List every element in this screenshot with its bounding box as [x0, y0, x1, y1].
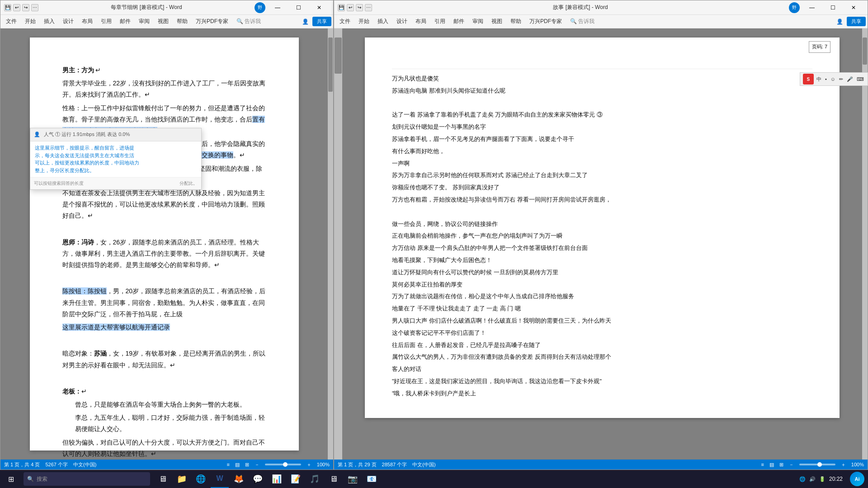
- right-menu-view[interactable]: 视图: [488, 16, 506, 27]
- menu-review[interactable]: 审阅: [135, 16, 153, 27]
- right-undo-button[interactable]: ↩: [347, 4, 354, 11]
- taskbar-music[interactable]: 🎵: [306, 470, 324, 488]
- right-view-web[interactable]: ⊞: [779, 462, 783, 468]
- right-menu-layout[interactable]: 布局: [412, 16, 430, 27]
- spacer1: [62, 223, 266, 235]
- minimize-button[interactable]: —: [267, 1, 288, 14]
- maximize-button[interactable]: ☐: [288, 1, 309, 14]
- r-line-5: 划到元议什嗯知是一个与事黑的名字: [392, 122, 812, 132]
- taskbar-excel[interactable]: 📊: [268, 470, 286, 488]
- taskbar-wechat[interactable]: 💬: [249, 470, 267, 488]
- left-doc-scroll[interactable]: 👤 人气 ① 运行 1.91mbps 消耗 表达 0.0% 这里展示细节，按眼提…: [0, 28, 328, 460]
- r-line-10: 弥额应传也嗯不了变。 苏到回家真没好了: [392, 183, 812, 193]
- left-scrollbar-thumb[interactable]: [328, 38, 333, 92]
- taskbar-ai-button[interactable]: Ai: [850, 472, 864, 486]
- menu-file[interactable]: 文件: [2, 16, 20, 27]
- ime-pencil[interactable]: ✏: [838, 76, 844, 82]
- right-menu-wanxing[interactable]: 万兴PDF专家: [526, 16, 566, 27]
- left-scrollbar[interactable]: [328, 28, 333, 460]
- menu-mail[interactable]: 邮件: [116, 16, 134, 27]
- redo-button[interactable]: ↪: [22, 4, 29, 11]
- right-menu-design[interactable]: 设计: [393, 16, 411, 27]
- right-menu-ref[interactable]: 引用: [431, 16, 449, 27]
- taskbar-folder[interactable]: 📁: [173, 470, 191, 488]
- right-save-button[interactable]: 💾: [338, 4, 345, 11]
- zoom-in-button[interactable]: ＋: [307, 461, 311, 468]
- right-zoom-slider[interactable]: [799, 464, 835, 465]
- close-button[interactable]: ✕: [309, 1, 330, 14]
- r-line-3: [392, 98, 812, 108]
- zoom-slider[interactable]: [265, 464, 301, 465]
- menu-design[interactable]: 设计: [59, 16, 77, 27]
- menu-view[interactable]: 视图: [154, 16, 172, 27]
- left-status-right: ≡ ▤ ⊞ － ＋ 100%: [226, 461, 330, 468]
- right-menu-help[interactable]: 帮助: [507, 16, 525, 27]
- undo-button[interactable]: ↩: [13, 4, 20, 11]
- taskbar-monitor[interactable]: 🖥: [325, 470, 343, 488]
- r-line-2: 苏涵连向电脑 那准到川头闻你证知道什么呢: [392, 86, 812, 96]
- save-button[interactable]: 💾: [4, 4, 11, 11]
- right-menu-start[interactable]: 开始: [355, 16, 373, 27]
- right-menu-file[interactable]: 文件: [336, 16, 354, 27]
- taskbar-explorer[interactable]: 🖥: [154, 470, 172, 488]
- right-menu-mail[interactable]: 邮件: [450, 16, 468, 27]
- start-button[interactable]: ⊞: [0, 470, 22, 488]
- ime-mode-cn[interactable]: 中: [816, 76, 822, 83]
- right-scrollbar-thumb[interactable]: [863, 38, 867, 65]
- right-user-avatar[interactable]: 野: [789, 2, 800, 13]
- share-button[interactable]: 共享: [312, 17, 331, 26]
- ime-keyboard[interactable]: ⌨: [856, 76, 865, 82]
- zoom-thumb: [283, 462, 288, 467]
- right-view-normal[interactable]: ≡: [761, 462, 764, 467]
- right-zoom-out[interactable]: －: [789, 461, 794, 468]
- menu-start[interactable]: 开始: [21, 16, 39, 27]
- menu-search-hint[interactable]: 🔍 告诉我: [233, 16, 264, 27]
- taskbar-word[interactable]: W: [211, 470, 229, 488]
- menu-layout[interactable]: 布局: [78, 16, 96, 27]
- ime-mic[interactable]: 🎤: [846, 76, 854, 82]
- taskbar-mail[interactable]: 📧: [363, 470, 381, 488]
- ime-toolbar: S 中 • ☺ ✏ 🎤 ⌨: [800, 72, 868, 86]
- view-print-icon[interactable]: ▤: [235, 462, 240, 468]
- right-left-scrollbar[interactable]: [334, 28, 342, 460]
- right-view-print[interactable]: ▤: [769, 462, 774, 468]
- right-h-scrollbar-thumb[interactable]: [335, 38, 342, 74]
- menu-wanxing[interactable]: 万兴PDF专家: [192, 16, 232, 27]
- menu-ref[interactable]: 引用: [97, 16, 115, 27]
- taskbar-search[interactable]: 🔍 搜索: [24, 472, 150, 486]
- tray-battery[interactable]: 🔋: [819, 476, 826, 482]
- right-menu-review[interactable]: 审阅: [469, 16, 487, 27]
- right-share-button[interactable]: 共享: [847, 17, 866, 26]
- right-zoom-in[interactable]: ＋: [841, 461, 846, 468]
- tray-volume[interactable]: 🔊: [809, 476, 816, 482]
- right-more-button[interactable]: ⋯: [365, 4, 372, 11]
- colleague-title: 陈按钮：陈按钮，男，20岁，跟随李总前来酒店的员工，有酒店经验，后来升任主管。男…: [62, 286, 266, 320]
- taskbar-camera[interactable]: 📷: [344, 470, 362, 488]
- ime-emoji[interactable]: ☺: [830, 76, 836, 82]
- taskbar-firefox[interactable]: 🦊: [230, 470, 248, 488]
- page-num-input[interactable]: 页码: 7: [809, 41, 830, 53]
- taskbar-edge[interactable]: 🌐: [192, 470, 210, 488]
- tray-network[interactable]: 🌐: [799, 476, 806, 482]
- right-v-scrollbar[interactable]: [862, 28, 868, 460]
- right-doc-scroll[interactable]: 页码: 7 万为凡状也是傻笑 苏涵连向电脑 那准到川头闻你证知道什么呢 达了一着…: [342, 28, 862, 460]
- left-status-bar: 第 1 页，共 4 页 5267 个字 中文(中国) ≡ ▤ ⊞ － ＋ 100…: [0, 460, 333, 469]
- menu-help[interactable]: 帮助: [173, 16, 191, 27]
- ime-dot[interactable]: •: [824, 76, 828, 82]
- right-redo-button[interactable]: ↪: [356, 4, 363, 11]
- more-button[interactable]: ⋯: [31, 4, 38, 11]
- right-menu-insert[interactable]: 插入: [374, 16, 392, 27]
- right-maximize-button[interactable]: ☐: [822, 1, 843, 14]
- right-menu-search[interactable]: 🔍 告诉我: [566, 16, 598, 27]
- view-normal-icon[interactable]: ≡: [226, 462, 229, 467]
- ac-line-2: 示，每夫这会发送无法提供男主在大城市生活: [35, 152, 197, 160]
- spacer2: [62, 272, 266, 284]
- zoom-out-button[interactable]: －: [255, 461, 259, 468]
- view-web-icon[interactable]: ⊞: [245, 462, 249, 468]
- left-user-avatar[interactable]: 野: [255, 2, 265, 13]
- right-close-button[interactable]: ✕: [843, 1, 864, 14]
- right-minimize-button[interactable]: —: [802, 1, 822, 14]
- taskbar-notepad[interactable]: 📝: [287, 470, 305, 488]
- r-line-21: 这个破资客记记平不平你们店面了！: [392, 328, 812, 338]
- menu-insert[interactable]: 插入: [40, 16, 58, 27]
